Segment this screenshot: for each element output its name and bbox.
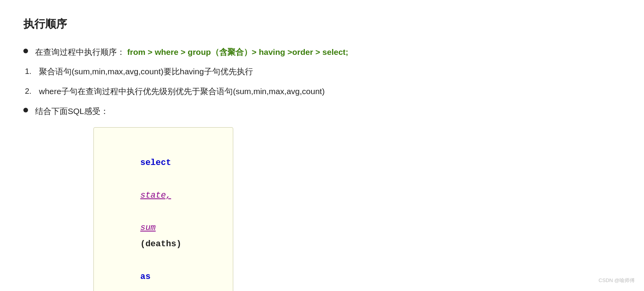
bullet-dot-1: [23, 49, 28, 53]
bullet1-sequence: from > where > group（含聚合）> having >order…: [127, 47, 348, 56]
numbered-item-1: 1. 聚合语句(sum,min,max,avg,count)要比having子句…: [23, 65, 568, 79]
bullet1-prefix: 在查询过程中执行顺序：: [35, 47, 125, 56]
sql-deaths-arg: (deaths): [140, 239, 181, 249]
numbered-text-1: 聚合语句(sum,min,max,avg,count)要比having子句优先执…: [39, 65, 253, 79]
bullet-text-2: 结合下面SQL感受：: [35, 105, 109, 118]
numbered-text-2: where子句在查询过程中执行优先级别优先于聚合语句(sum,min,max,a…: [39, 85, 325, 98]
sql-sum-func: sum: [140, 223, 156, 233]
bullet-item-2: 结合下面SQL感受：: [23, 105, 568, 118]
sql-state-field: state,: [140, 191, 171, 200]
number-2: 2.: [25, 85, 39, 97]
bullet-dot-2: [23, 108, 28, 112]
watermark: CSDN @喻师傅: [598, 277, 635, 285]
page-content: 执行顺序 在查询过程中执行顺序： from > where > group（含聚…: [23, 16, 568, 291]
sql-select-kw: select: [140, 158, 171, 168]
page-title: 执行顺序: [23, 16, 568, 33]
sql-line-1: select state, sum (deaths) as cnts: [109, 138, 217, 291]
bullet-text-1: 在查询过程中执行顺序： from > where > group（含聚合）> h…: [35, 46, 348, 59]
number-1: 1.: [25, 65, 39, 77]
sql-code-block: select state, sum (deaths) as cnts from …: [93, 127, 233, 291]
sql-as-kw: as: [140, 272, 150, 282]
bullet-item-1: 在查询过程中执行顺序： from > where > group（含聚合）> h…: [23, 46, 568, 59]
numbered-item-2: 2. where子句在查询过程中执行优先级别优先于聚合语句(sum,min,ma…: [23, 85, 568, 98]
